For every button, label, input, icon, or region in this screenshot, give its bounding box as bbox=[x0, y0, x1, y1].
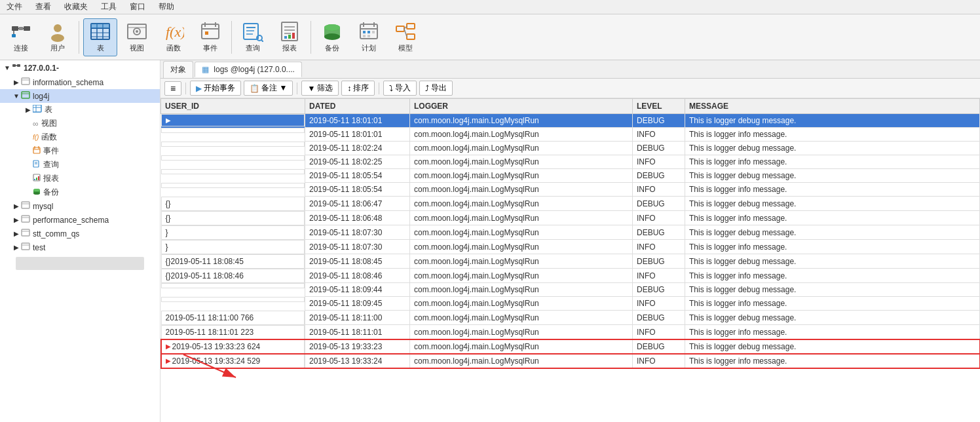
sidebar-connection[interactable]: ▼ 127.0.0.1- bbox=[0, 60, 160, 75]
sidebar-functions[interactable]: ▶ f() 函数 bbox=[0, 130, 160, 144]
functions-icon: f() bbox=[33, 134, 39, 141]
row-message: This is logger info message. bbox=[685, 325, 980, 339]
col-dated[interactable]: DATED bbox=[305, 99, 410, 114]
table-row[interactable]: {}2019-05-11 18:06:47com.moon.log4j.main… bbox=[161, 197, 980, 211]
row-message: This is logger debug message. bbox=[685, 225, 980, 240]
table-row[interactable]: 2019-05-11 18:05:54com.moon.log4j.main.L… bbox=[161, 169, 980, 183]
functions-label: 函数 bbox=[41, 132, 57, 143]
filter-label: 筛选 bbox=[317, 83, 333, 94]
db-toggle-log4j[interactable]: ▼ bbox=[12, 92, 21, 100]
table-row[interactable]: {}2019-05-11 18:08:452019-05-11 18:08:45… bbox=[161, 254, 980, 269]
sidebar-scrollbar[interactable] bbox=[16, 257, 143, 270]
tool-report[interactable]: 报表 bbox=[273, 18, 307, 56]
export-btn[interactable]: ⤴ 导出 bbox=[419, 81, 453, 96]
table-row[interactable]: 2019-05-11 18:11:00 7662019-05-11 18:11:… bbox=[161, 311, 980, 325]
reports-label: 报表 bbox=[43, 173, 59, 184]
tab-logs[interactable]: ▦ logs @log4j (127.0.0.... bbox=[195, 62, 302, 77]
sidebar-db-information-schema[interactable]: ▶ information_schema bbox=[0, 75, 160, 89]
tool-view[interactable]: 视图 bbox=[120, 18, 154, 56]
tool-backup[interactable]: 备份 bbox=[315, 18, 349, 56]
tool-schedule[interactable]: 计划 bbox=[352, 18, 386, 56]
row-logger: com.moon.log4j.main.LogMysqlRun bbox=[410, 254, 633, 269]
tables-toggle[interactable]: ▶ bbox=[24, 106, 33, 113]
col-logger[interactable]: LOGGER bbox=[410, 99, 633, 114]
table-row[interactable]: }2019-05-11 18:07:30com.moon.log4j.main.… bbox=[161, 240, 980, 254]
table-row[interactable]: ▶2019-05-11 18:01:01com.moon.log4j.main.… bbox=[161, 114, 980, 128]
db-toggle-performance[interactable]: ▶ bbox=[12, 216, 21, 223]
tool-connect[interactable]: 连接 bbox=[4, 18, 38, 56]
sidebar-db-performance[interactable]: ▶ performance_schema bbox=[0, 213, 160, 227]
col-level[interactable]: LEVEL bbox=[633, 99, 685, 114]
col-user-id[interactable]: USER_ID bbox=[161, 99, 305, 114]
table-icon bbox=[90, 21, 111, 42]
table-row[interactable]: ▶2019-05-13 19:33:23 6242019-05-13 19:33… bbox=[161, 339, 980, 354]
row-arrow-cell: } bbox=[161, 240, 305, 254]
sort-btn[interactable]: ↕ 排序 bbox=[341, 81, 375, 96]
table-row[interactable]: 2019-05-11 18:02:25com.moon.log4j.main.L… bbox=[161, 155, 980, 169]
table-row[interactable]: {}2019-05-11 18:06:48com.moon.log4j.main… bbox=[161, 211, 980, 225]
menu-window[interactable]: 窗口 bbox=[126, 0, 149, 14]
db-name-mysql: mysql bbox=[33, 202, 53, 211]
connect-icon bbox=[10, 21, 31, 42]
db-toggle-information[interactable]: ▶ bbox=[12, 79, 21, 86]
toolbar2-menu-btn[interactable]: ≡ bbox=[164, 81, 181, 96]
sidebar-tables[interactable]: ▶ 表 bbox=[0, 103, 160, 117]
row-message: This is logger debug message. bbox=[685, 114, 980, 128]
table-row[interactable]: 2019-05-11 18:02:24com.moon.log4j.main.L… bbox=[161, 142, 980, 155]
row-arrow-cell bbox=[161, 283, 305, 288]
table-row[interactable]: 2019-05-11 18:09:44com.moon.log4j.main.L… bbox=[161, 283, 980, 297]
table-row[interactable]: 2019-05-11 18:11:01 2232019-05-11 18:11:… bbox=[161, 325, 980, 339]
note-icon: 📋 bbox=[250, 84, 259, 93]
tool-table[interactable]: 表 bbox=[83, 18, 117, 56]
tool-event[interactable]: 事件 bbox=[193, 18, 227, 56]
export-icon: ⤴ bbox=[425, 84, 429, 93]
tool-function[interactable]: f(x) 函数 bbox=[157, 18, 191, 56]
data-table: USER_ID DATED LOGGER LEVEL MESSAGE ▶2019… bbox=[160, 98, 980, 368]
db-toggle-stt[interactable]: ▶ bbox=[12, 230, 21, 237]
table-row[interactable]: }2019-05-11 18:07:30com.moon.log4j.main.… bbox=[161, 225, 980, 240]
sidebar-views[interactable]: ▶ ∞ 视图 bbox=[0, 117, 160, 130]
tab-objects[interactable]: 对象 bbox=[163, 61, 193, 78]
tool-query[interactable]: 查询 bbox=[236, 18, 270, 56]
svg-point-6 bbox=[54, 24, 62, 32]
sidebar-db-log4j[interactable]: ▼ log4j bbox=[0, 89, 160, 103]
menu-file[interactable]: 文件 bbox=[3, 0, 26, 14]
note-btn[interactable]: 📋 备注 ▼ bbox=[244, 81, 293, 96]
table-row[interactable]: 2019-05-11 18:01:01com.moon.log4j.main.L… bbox=[161, 128, 980, 142]
svg-rect-49 bbox=[363, 35, 366, 37]
col-message[interactable]: MESSAGE bbox=[685, 99, 980, 114]
model-icon bbox=[395, 21, 416, 42]
menu-tools[interactable]: 工具 bbox=[97, 0, 121, 14]
db-toggle-test[interactable]: ▶ bbox=[12, 244, 21, 251]
tool-schedule-label: 计划 bbox=[362, 43, 376, 53]
svg-point-80 bbox=[33, 189, 40, 191]
import-btn[interactable]: ⤵ 导入 bbox=[383, 81, 417, 96]
sidebar-db-test[interactable]: ▶ test bbox=[0, 240, 160, 254]
sidebar-queries[interactable]: ▶ 查询 bbox=[0, 158, 160, 172]
menu-help[interactable]: 帮助 bbox=[155, 0, 178, 14]
filter-btn[interactable]: ▼ 筛选 bbox=[301, 81, 339, 96]
reports-icon bbox=[33, 174, 41, 183]
menu-view[interactable]: 查看 bbox=[31, 0, 55, 14]
event-icon bbox=[200, 21, 221, 42]
sidebar-events[interactable]: ▶ 事件 bbox=[0, 144, 160, 158]
table-row[interactable]: {}2019-05-11 18:08:462019-05-11 18:08:46… bbox=[161, 269, 980, 283]
table-row[interactable]: 2019-05-11 18:05:54com.moon.log4j.main.L… bbox=[161, 183, 980, 197]
tool-user[interactable]: 用户 bbox=[41, 18, 75, 56]
sidebar-db-mysql[interactable]: ▶ mysql bbox=[0, 199, 160, 213]
db-toggle-mysql[interactable]: ▶ bbox=[12, 202, 21, 210]
tool-model[interactable]: 模型 bbox=[388, 18, 423, 56]
backup-icon bbox=[322, 21, 343, 42]
import-icon: ⤵ bbox=[389, 84, 393, 93]
connection-toggle[interactable]: ▼ bbox=[3, 64, 12, 71]
menu-favorites[interactable]: 收藏夹 bbox=[60, 0, 92, 14]
table-row[interactable]: 2019-05-11 18:09:45com.moon.log4j.main.L… bbox=[161, 297, 980, 311]
row-arrow-cell bbox=[161, 155, 305, 161]
begin-transaction-btn[interactable]: ▶ 开始事务 bbox=[190, 81, 241, 96]
sidebar-db-stt[interactable]: ▶ stt_comm_qs bbox=[0, 227, 160, 240]
filter-icon: ▼ bbox=[307, 84, 315, 93]
db-icon-log4j bbox=[21, 90, 30, 102]
table-row[interactable]: ▶2019-05-13 19:33:24 5292019-05-13 19:33… bbox=[161, 354, 980, 368]
sidebar-backups[interactable]: ▶ 备份 bbox=[0, 185, 160, 199]
sidebar-reports[interactable]: ▶ 报表 bbox=[0, 172, 160, 185]
